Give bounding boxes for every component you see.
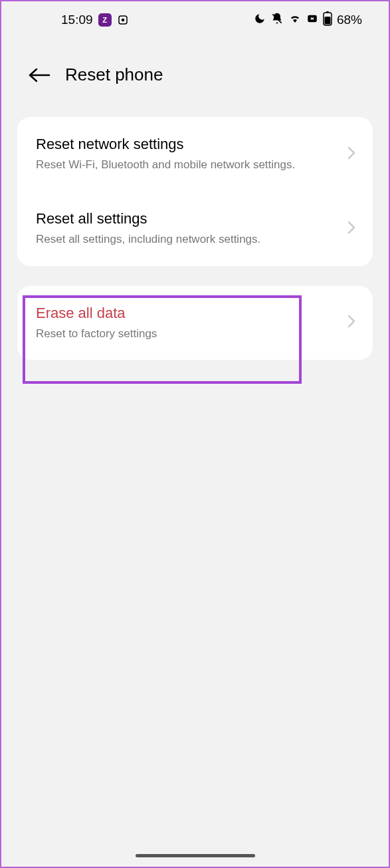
status-bar-right: 68%: [254, 11, 362, 29]
chevron-right-icon: [347, 315, 355, 331]
data-icon: [306, 13, 318, 27]
wifi-icon: [288, 13, 302, 27]
notification-icon: [117, 14, 129, 26]
back-button[interactable]: [28, 67, 50, 83]
home-indicator[interactable]: [136, 854, 255, 857]
setting-content: Reset network settings Reset Wi-Fi, Blue…: [36, 136, 341, 173]
svg-rect-5: [326, 11, 329, 13]
setting-content: Erase all data Reset to factory settings: [36, 305, 341, 342]
app-z-icon: Z: [98, 13, 112, 27]
page-title: Reset phone: [65, 65, 163, 85]
setting-title: Erase all data: [36, 305, 341, 322]
bell-slash-icon: [270, 12, 284, 28]
erase-all-data-item[interactable]: Erase all data Reset to factory settings: [17, 286, 373, 361]
setting-content: Reset all settings Reset all settings, i…: [36, 210, 341, 247]
status-bar: 15:09 Z: [1, 1, 389, 38]
setting-title: Reset all settings: [36, 210, 341, 227]
chevron-right-icon: [347, 221, 355, 237]
page-header: Reset phone: [1, 38, 389, 105]
status-time: 15:09: [61, 13, 93, 27]
svg-rect-6: [324, 17, 330, 25]
moon-icon: [254, 13, 266, 27]
status-bar-left: 15:09 Z: [61, 13, 129, 27]
settings-card-erase: Erase all data Reset to factory settings: [17, 286, 373, 361]
chevron-right-icon: [347, 146, 355, 162]
reset-network-settings-item[interactable]: Reset network settings Reset Wi-Fi, Blue…: [17, 117, 373, 192]
setting-subtitle: Reset to factory settings: [36, 326, 341, 342]
setting-subtitle: Reset Wi-Fi, Bluetooth and mobile networ…: [36, 157, 341, 173]
setting-subtitle: Reset all settings, including network se…: [36, 231, 341, 247]
battery-percentage: 68%: [337, 13, 362, 27]
reset-all-settings-item[interactable]: Reset all settings Reset all settings, i…: [17, 192, 373, 266]
arrow-left-icon: [28, 67, 50, 83]
setting-title: Reset network settings: [36, 136, 341, 153]
battery-icon: [323, 11, 332, 29]
settings-card-general: Reset network settings Reset Wi-Fi, Blue…: [17, 117, 373, 266]
svg-point-1: [121, 18, 124, 21]
